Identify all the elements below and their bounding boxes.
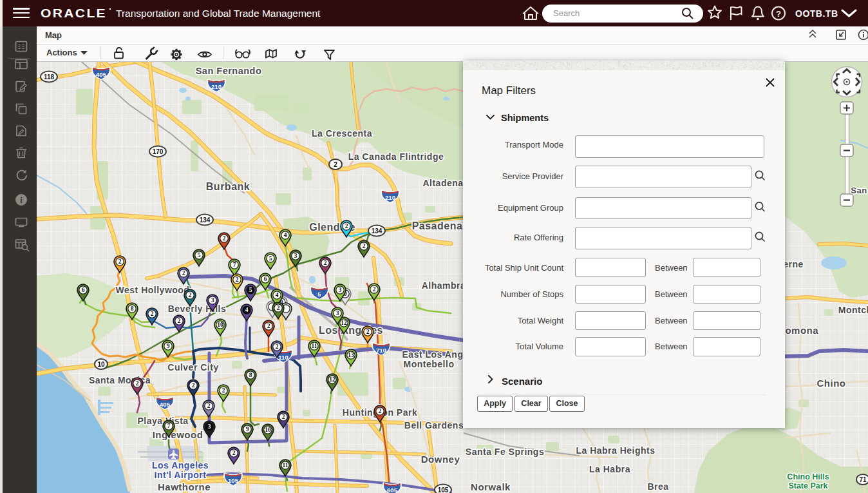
- svg-text:11: 11: [283, 462, 288, 469]
- svg-text:2: 2: [277, 305, 280, 311]
- svg-text:5: 5: [317, 291, 321, 298]
- svg-text:210: 210: [211, 83, 222, 90]
- svg-text:2: 2: [178, 318, 181, 324]
- svg-text:11: 11: [312, 343, 317, 349]
- svg-text:134: 134: [372, 227, 382, 235]
- svg-text:?: ?: [776, 9, 781, 19]
- svg-text:Santa Fe Springs: Santa Fe Springs: [466, 447, 544, 457]
- svg-text:Bell Gardens: Bell Gardens: [404, 420, 464, 430]
- svg-text:5: 5: [198, 252, 201, 258]
- svg-text:3: 3: [211, 297, 214, 304]
- svg-text:State Park: State Park: [788, 481, 827, 490]
- svg-text:La Crescenta: La Crescenta: [312, 128, 372, 139]
- svg-text:Int'l Airport: Int'l Airport: [155, 470, 207, 480]
- svg-text:6: 6: [264, 276, 267, 282]
- svg-text:Chino: Chino: [817, 378, 846, 389]
- svg-text:Alhambra: Alhambra: [422, 280, 466, 291]
- svg-text:210: 210: [385, 194, 395, 201]
- svg-text:3: 3: [208, 423, 211, 430]
- svg-text:2: 2: [192, 382, 195, 389]
- svg-text:Beverly Hills: Beverly Hills: [168, 304, 227, 314]
- svg-text:12: 12: [329, 376, 335, 383]
- svg-text:4: 4: [284, 232, 287, 238]
- svg-text:2: 2: [182, 270, 185, 276]
- svg-text:Montcla: Montcla: [838, 305, 868, 315]
- svg-text:2: 2: [232, 450, 236, 456]
- svg-text:10: 10: [97, 361, 105, 368]
- svg-text:Downey: Downey: [421, 454, 460, 465]
- svg-text:Norwalk: Norwalk: [471, 481, 511, 492]
- svg-text:2: 2: [379, 408, 382, 414]
- svg-text:13: 13: [348, 352, 354, 358]
- svg-text:2: 2: [345, 223, 348, 229]
- svg-text:4: 4: [276, 292, 279, 298]
- svg-text:2: 2: [236, 276, 239, 283]
- svg-text:Brea: Brea: [647, 481, 668, 492]
- svg-text:La Habra: La Habra: [589, 464, 630, 474]
- svg-text:2: 2: [282, 414, 285, 420]
- svg-text:405: 405: [160, 401, 171, 408]
- svg-text:3: 3: [339, 287, 342, 293]
- svg-text:2: 2: [363, 243, 366, 249]
- svg-text:8: 8: [131, 305, 134, 312]
- svg-text:10: 10: [217, 322, 223, 328]
- svg-text:6: 6: [82, 287, 85, 293]
- svg-text:2: 2: [189, 292, 192, 298]
- svg-text:2: 2: [276, 343, 279, 350]
- svg-text:3: 3: [336, 310, 339, 316]
- svg-text:5: 5: [269, 255, 272, 262]
- svg-text:Altadena: Altadena: [422, 178, 463, 188]
- svg-text:2: 2: [118, 258, 122, 265]
- svg-text:ORACLE: ORACLE: [41, 7, 107, 20]
- svg-text:12: 12: [341, 320, 347, 326]
- svg-text:2: 2: [334, 161, 337, 168]
- svg-text:Burbank: Burbank: [206, 181, 250, 192]
- svg-text:2: 2: [207, 403, 211, 409]
- svg-text:105: 105: [438, 487, 449, 493]
- svg-text:2: 2: [223, 235, 226, 242]
- svg-text:Transportation and Global Trad: Transportation and Global Trade Manageme…: [116, 8, 321, 19]
- svg-text:134: 134: [200, 217, 211, 224]
- svg-text:2: 2: [267, 323, 270, 329]
- svg-text:2: 2: [222, 387, 225, 394]
- svg-text:3: 3: [294, 253, 297, 259]
- svg-text:110: 110: [278, 354, 288, 361]
- svg-text:Los Angeles: Los Angeles: [152, 460, 209, 470]
- svg-text:710: 710: [376, 347, 386, 354]
- svg-text:erne: erne: [783, 259, 804, 269]
- svg-text:Culver City: Culver City: [167, 362, 218, 372]
- svg-text:2: 2: [136, 380, 139, 387]
- svg-text:La Habra Heights: La Habra Heights: [576, 445, 655, 456]
- svg-text:8: 8: [249, 372, 252, 378]
- svg-text:105: 105: [228, 477, 239, 484]
- svg-text:10: 10: [265, 427, 271, 433]
- svg-text:San Fernando: San Fernando: [196, 66, 262, 76]
- svg-text:7: 7: [233, 262, 236, 268]
- svg-text:Montebello: Montebello: [404, 359, 455, 369]
- svg-text:7: 7: [167, 423, 171, 429]
- svg-text:Inglewood: Inglewood: [153, 429, 203, 440]
- svg-text:605: 605: [387, 487, 398, 493]
- svg-text:2: 2: [324, 260, 327, 266]
- svg-text:71: 71: [859, 476, 867, 483]
- svg-text:2: 2: [151, 311, 154, 317]
- svg-text:118: 118: [44, 73, 55, 81]
- svg-text:4: 4: [245, 307, 249, 313]
- svg-text:2: 2: [366, 329, 370, 335]
- svg-text:East Los Ang: East Los Ang: [402, 349, 464, 360]
- svg-text:9: 9: [167, 343, 170, 349]
- svg-text:405: 405: [96, 71, 107, 78]
- svg-text:9: 9: [246, 426, 249, 432]
- svg-text:2: 2: [373, 286, 376, 293]
- svg-text:La Canada Flintridge: La Canada Flintridge: [348, 151, 444, 162]
- svg-text:Chino Hills: Chino Hills: [787, 472, 829, 481]
- svg-text:170: 170: [153, 148, 164, 155]
- svg-text:5: 5: [249, 287, 252, 293]
- svg-text:West Hollywood: West Hollywood: [116, 285, 190, 295]
- svg-text:Pasadena: Pasadena: [412, 220, 463, 231]
- svg-text:Hawthorne: Hawthorne: [158, 481, 211, 492]
